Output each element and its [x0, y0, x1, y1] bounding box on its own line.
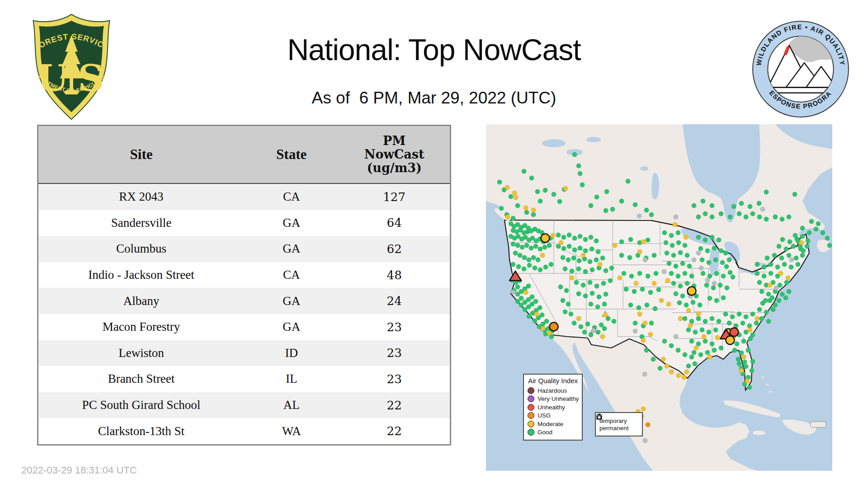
aqi-dot — [579, 324, 583, 329]
aqi-dot — [549, 262, 553, 267]
aqi-dot — [530, 295, 534, 299]
aqi-dot — [622, 271, 626, 276]
aqi-dot — [654, 271, 658, 276]
aqi-dot — [676, 348, 680, 352]
aqi-dot — [633, 202, 637, 207]
aqi-dot — [618, 276, 622, 280]
aqi-dot — [689, 355, 694, 359]
aqi-dot — [727, 258, 731, 262]
aqi-dot — [541, 326, 545, 331]
featured-circle-marker — [541, 234, 550, 243]
aqi-dot — [652, 281, 656, 286]
aqi-dot — [705, 350, 710, 355]
aqi-dot — [588, 280, 592, 285]
cell-value: 23 — [339, 372, 450, 386]
aqi-dot — [678, 316, 683, 321]
aqi-dot — [665, 251, 669, 255]
aqi-dot — [685, 281, 689, 286]
shape-legend: temporary permanent — [595, 412, 643, 436]
aqi-dot — [784, 247, 788, 251]
aqi-dot — [780, 237, 785, 242]
aqi-dot — [748, 336, 753, 341]
aqi-dot — [669, 343, 674, 348]
cell-value: 48 — [339, 268, 450, 282]
aqi-dot — [609, 266, 614, 270]
aqi-dot — [707, 330, 711, 334]
aqi-dot — [694, 346, 698, 350]
aqi-dot — [637, 271, 642, 276]
aqi-dot — [772, 253, 777, 258]
aqi-dot — [713, 258, 718, 262]
aqi-dot — [741, 321, 745, 325]
aqi-dot — [775, 265, 780, 269]
aqi-dot — [728, 270, 732, 275]
aqi-dot — [552, 192, 556, 197]
featured-circle-marker — [688, 287, 696, 296]
aqi-dot — [683, 271, 687, 276]
aqi-dot — [561, 235, 566, 239]
shape-legend-item-permanent: permanent — [599, 425, 642, 432]
aqi-dot — [736, 357, 741, 361]
aqi-dot — [750, 312, 755, 316]
aqi-dot — [719, 211, 723, 216]
aqi-dot — [809, 219, 814, 224]
aqi-dot — [594, 195, 599, 199]
aqi-dot — [632, 289, 637, 294]
aqi-dot — [515, 299, 520, 304]
aqi-dot — [714, 298, 719, 303]
aqi-dot — [511, 242, 515, 246]
aqi-dot — [742, 360, 747, 364]
cell-state: CA — [244, 190, 339, 204]
aqi-dot — [576, 316, 581, 321]
aqi-dot — [667, 261, 671, 266]
aqi-dot — [619, 253, 624, 258]
aqi-dot — [683, 352, 687, 357]
aqi-dot — [718, 283, 722, 287]
aqi-dot — [628, 303, 633, 307]
aqi-dot — [682, 375, 686, 380]
aqi-dot — [633, 321, 637, 325]
aqi-dot — [705, 278, 710, 282]
aqi-dot — [789, 258, 794, 262]
aqi-dot — [547, 243, 552, 248]
aqi-dot — [583, 237, 588, 242]
cell-site: Clarkston-13th St — [38, 424, 244, 438]
aqi-dot — [561, 255, 565, 260]
aqi-dot — [710, 215, 714, 219]
aqi-dot — [600, 334, 605, 339]
aqi-dot — [693, 330, 698, 334]
cell-state: IL — [244, 372, 339, 386]
aqi-dot — [674, 215, 678, 219]
aqi-dot — [572, 152, 577, 157]
aqi-legend-label: Hazardous — [538, 387, 567, 394]
aqi-dot — [543, 265, 548, 269]
aqi-dot — [715, 335, 720, 340]
aqi-dot — [680, 294, 685, 298]
aqi-dot — [725, 286, 729, 290]
table-row: Indio - Jackson StreetCA48 — [38, 262, 450, 288]
aqi-dot — [702, 334, 706, 339]
table-row: Branch StreetIL23 — [38, 366, 450, 392]
aqi-dot — [583, 269, 588, 274]
aqi-dot — [651, 357, 656, 361]
aqi-dot — [747, 385, 752, 389]
aqi-dot — [791, 244, 796, 249]
aqi-dot — [713, 328, 718, 332]
aqi-color-swatch — [528, 395, 534, 402]
aqi-dot — [689, 339, 694, 343]
aqi-dot — [531, 212, 536, 217]
aqi-dot — [787, 253, 791, 258]
aqi-dot — [613, 243, 617, 248]
aqi-dot — [538, 305, 542, 310]
aqi-dot — [515, 285, 520, 289]
aqi-dot — [527, 263, 532, 267]
aqi-dot — [515, 203, 520, 208]
aqi-dot — [744, 364, 748, 369]
aqi-dot — [712, 348, 717, 352]
aqi-dot — [572, 236, 577, 240]
table-body: RX 2043CA127SandersvilleGA64ColumbusGA62… — [38, 184, 450, 444]
aqi-dot — [649, 321, 654, 325]
aqi-dot — [730, 314, 735, 319]
aqi-dot — [669, 233, 674, 238]
aqi-dot — [643, 321, 647, 325]
